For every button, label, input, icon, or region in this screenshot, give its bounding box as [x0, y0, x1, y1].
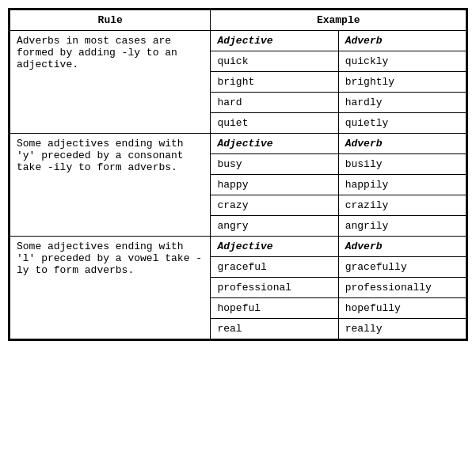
section-0-row-1-adjective: bright	[211, 72, 338, 93]
example-column-header: Example	[211, 10, 466, 31]
section-1-row-2-adjective: crazy	[211, 195, 338, 216]
section-0-row-0-adverb: quickly	[338, 51, 466, 72]
section-2-row-1-adjective: professional	[211, 278, 338, 298]
section-2-subheader-row: Some adjectives ending with 'l' preceded…	[10, 237, 466, 257]
section-0-adj-header: Adjective	[211, 31, 338, 51]
section-1-row-1-adjective: happy	[211, 175, 338, 195]
section-0-row-3-adjective: quiet	[211, 113, 338, 134]
section-0-row-2-adverb: hardly	[338, 93, 466, 113]
main-header-row: Rule Example	[10, 10, 466, 31]
section-1-row-2-adverb: crazily	[338, 195, 466, 216]
section-2-row-0-adjective: graceful	[211, 257, 338, 278]
section-1-row-3-adverb: angrily	[338, 216, 466, 237]
section-1-adv-header: Adverb	[338, 134, 466, 154]
section-2-row-3-adjective: real	[211, 319, 338, 339]
section-2-row-3-adverb: really	[338, 319, 466, 339]
section-2-adj-header: Adjective	[211, 237, 338, 257]
section-0-row-2-adjective: hard	[211, 93, 338, 113]
rule-column-header: Rule	[10, 10, 211, 31]
section-2-row-2-adjective: hopeful	[211, 298, 338, 319]
main-table-wrapper: Rule Example Adverbs in most cases are f…	[8, 8, 468, 341]
section-0-row-1-adverb: brightly	[338, 72, 466, 93]
section-1-subheader-row: Some adjectives ending with 'y' preceded…	[10, 134, 466, 154]
section-0-row-3-adverb: quietly	[338, 113, 466, 134]
section-0-subheader-row: Adverbs in most cases are formed by addi…	[10, 31, 466, 51]
section-0-rule: Adverbs in most cases are formed by addi…	[10, 31, 211, 134]
section-2-row-2-adverb: hopefully	[338, 298, 466, 319]
section-2-row-0-adverb: gracefully	[338, 257, 466, 278]
adverb-rules-table: Rule Example Adverbs in most cases are f…	[10, 9, 466, 339]
section-0-row-0-adjective: quick	[211, 51, 338, 72]
section-1-adj-header: Adjective	[211, 134, 338, 154]
table-body: Adverbs in most cases are formed by addi…	[10, 31, 466, 339]
section-1-row-3-adjective: angry	[211, 216, 338, 237]
section-1-rule: Some adjectives ending with 'y' preceded…	[10, 134, 211, 237]
section-2-adv-header: Adverb	[338, 237, 466, 257]
section-1-row-0-adverb: busily	[338, 154, 466, 175]
section-2-rule: Some adjectives ending with 'l' preceded…	[10, 237, 211, 339]
section-1-row-1-adverb: happily	[338, 175, 466, 195]
section-1-row-0-adjective: busy	[211, 154, 338, 175]
section-0-adv-header: Adverb	[338, 31, 466, 51]
section-2-row-1-adverb: professionally	[338, 278, 466, 298]
